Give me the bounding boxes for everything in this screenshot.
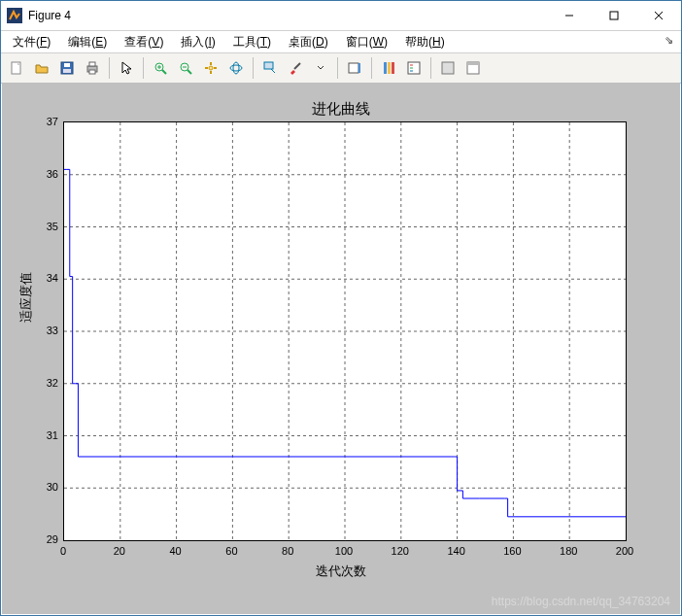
- x-tick-label: 180: [560, 545, 577, 557]
- y-tick-label: 29: [37, 533, 58, 545]
- watermark-text: https://blog.csdn.net/qq_34763204: [492, 595, 670, 608]
- x-tick-label: 60: [225, 545, 237, 557]
- svg-line-13: [162, 70, 166, 74]
- toolbar: [1, 53, 681, 84]
- svg-rect-29: [392, 62, 394, 74]
- svg-line-24: [294, 63, 300, 69]
- x-tick-label: 40: [169, 545, 181, 557]
- svg-rect-11: [89, 70, 95, 74]
- y-tick-label: 37: [37, 116, 58, 127]
- menu-file[interactable]: 文件(F): [13, 34, 51, 51]
- axes-canvas: [64, 122, 626, 540]
- maximize-button[interactable]: [592, 1, 636, 30]
- x-tick-label: 20: [114, 545, 125, 557]
- brush-icon[interactable]: [284, 56, 307, 80]
- svg-rect-30: [408, 62, 420, 74]
- svg-rect-8: [63, 69, 71, 73]
- pointer-icon[interactable]: [115, 56, 138, 80]
- link-chevron-icon[interactable]: [309, 56, 332, 80]
- legend-icon[interactable]: [402, 56, 426, 80]
- x-tick-label: 80: [282, 545, 293, 557]
- y-tick-label: 32: [37, 377, 58, 389]
- menu-help[interactable]: 帮助(H): [405, 34, 445, 51]
- zoom-in-icon[interactable]: [149, 56, 172, 80]
- axes[interactable]: [63, 121, 627, 541]
- save-icon[interactable]: [55, 56, 79, 80]
- toolbar-separator: [109, 57, 110, 79]
- svg-rect-27: [384, 62, 387, 74]
- chart-title: 进化曲线: [2, 100, 680, 119]
- dock-arrow-icon[interactable]: ⇘: [665, 34, 673, 47]
- svg-point-19: [209, 66, 213, 70]
- figure-area: 进化曲线 适应度值 020406080100120140160180200 29…: [2, 83, 680, 614]
- y-tick-label: 34: [37, 272, 58, 284]
- y-tick-label: 30: [37, 481, 58, 493]
- svg-rect-2: [610, 12, 618, 19]
- menu-window[interactable]: 窗口(W): [346, 34, 388, 51]
- hide-tools-icon[interactable]: [436, 56, 460, 80]
- x-tick-label: 200: [616, 545, 633, 557]
- menu-tools[interactable]: 工具(T): [233, 34, 271, 51]
- svg-line-23: [271, 69, 275, 73]
- data-cursor-icon[interactable]: [258, 56, 282, 80]
- y-tick-label: 35: [37, 221, 58, 232]
- svg-rect-7: [64, 63, 70, 67]
- y-tick-label: 31: [37, 429, 58, 441]
- toolbar-separator: [337, 57, 338, 79]
- titlebar: Figure 4: [1, 1, 681, 31]
- svg-rect-25: [349, 63, 358, 73]
- menubar: 文件(F) 编辑(E) 查看(V) 插入(I) 工具(T) 桌面(D) 窗口(W…: [1, 31, 681, 53]
- fitness-line: [64, 169, 626, 516]
- pan-icon[interactable]: [199, 56, 222, 80]
- x-axis-label: 迭代次数: [2, 563, 680, 580]
- insert-colorbar-icon[interactable]: [343, 56, 366, 80]
- zoom-out-icon[interactable]: [174, 56, 197, 80]
- titlebar-left: Figure 4: [1, 8, 71, 23]
- colorbar-icon[interactable]: [377, 56, 400, 80]
- x-tick-label: 100: [335, 545, 353, 557]
- svg-rect-22: [264, 62, 273, 69]
- y-tick-label: 33: [37, 325, 58, 336]
- new-file-icon[interactable]: [5, 56, 28, 80]
- svg-rect-36: [467, 62, 479, 65]
- close-button[interactable]: [636, 1, 681, 30]
- window-title: Figure 4: [28, 9, 71, 22]
- svg-line-4: [655, 12, 663, 19]
- svg-rect-34: [442, 62, 454, 74]
- x-tick-label: 140: [447, 545, 464, 557]
- svg-rect-10: [89, 62, 95, 66]
- y-tick-label: 36: [37, 168, 58, 180]
- toolbar-separator: [430, 57, 431, 79]
- x-tick-label: 160: [503, 545, 521, 557]
- svg-line-17: [188, 70, 191, 74]
- menu-insert[interactable]: 插入(I): [181, 34, 215, 51]
- menu-view[interactable]: 查看(V): [124, 34, 163, 51]
- x-tick-label: 120: [392, 545, 409, 557]
- toolbar-separator: [143, 57, 144, 79]
- menu-edit[interactable]: 编辑(E): [68, 34, 107, 51]
- window-controls: [547, 1, 681, 30]
- matlab-icon: [7, 8, 22, 23]
- open-folder-icon[interactable]: [30, 56, 53, 80]
- menu-desktop[interactable]: 桌面(D): [289, 34, 328, 51]
- x-tick-label: 0: [60, 545, 66, 557]
- svg-line-3: [655, 12, 663, 19]
- grid-lines: [64, 122, 626, 540]
- toolbar-separator: [253, 57, 254, 79]
- y-axis-label: 适应度值: [17, 272, 35, 323]
- svg-point-20: [230, 65, 242, 71]
- svg-rect-26: [358, 63, 360, 73]
- toolbar-separator: [371, 57, 372, 79]
- minimize-button[interactable]: [547, 1, 592, 30]
- figure-window: Figure 4 文件(F) 编辑(E) 查看(V) 插入(I) 工具(T) 桌…: [0, 0, 682, 616]
- rotate3d-icon[interactable]: [224, 56, 248, 80]
- print-icon[interactable]: [81, 56, 104, 80]
- svg-rect-28: [388, 62, 391, 74]
- svg-point-21: [233, 62, 239, 74]
- show-tools-icon[interactable]: [461, 56, 485, 80]
